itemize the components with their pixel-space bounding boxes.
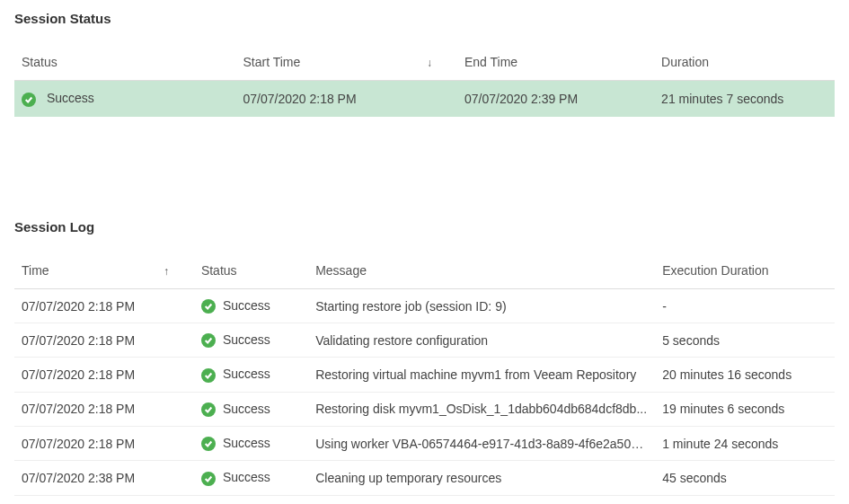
- session-log-table: Time ↑ Status Message Execution Duration…: [14, 252, 835, 504]
- log-status-cell: Success: [194, 288, 308, 323]
- arrow-up-icon: ↑: [164, 265, 169, 278]
- col-header-time-label: Time: [22, 263, 49, 278]
- session-status-title: Session Status: [14, 7, 835, 26]
- session-log-title: Session Log: [14, 216, 835, 234]
- success-icon: [201, 299, 216, 314]
- session-status-table: Status Start Time ↓ End Time Duration: [14, 44, 835, 117]
- status-value: Success: [47, 91, 94, 105]
- col-header-message[interactable]: Message: [308, 252, 655, 289]
- log-exec-duration-value: 20 minutes 16 seconds: [655, 358, 835, 392]
- session-status-row[interactable]: Success 07/07/2020 2:18 PM 07/07/2020 2:…: [14, 81, 835, 117]
- log-status-cell: Success: [194, 495, 308, 504]
- col-header-exec-duration-label: Execution Duration: [662, 263, 768, 278]
- log-status-value: Success: [223, 402, 270, 416]
- success-icon: [201, 437, 216, 451]
- arrow-down-icon: ↓: [427, 57, 432, 69]
- success-icon: [201, 402, 216, 417]
- log-exec-duration-value: 19 minutes 6 seconds: [655, 392, 835, 426]
- log-row[interactable]: 07/07/2020 2:18 PMSuccessStarting restor…: [14, 288, 835, 323]
- log-message-value: Restoring virtual machine myvm1 from Vee…: [308, 358, 655, 392]
- col-header-time[interactable]: Time ↑: [14, 252, 194, 289]
- col-header-end-time[interactable]: End Time: [457, 44, 654, 81]
- log-message-value: Starting restore job (session ID: 9): [308, 288, 655, 323]
- log-row[interactable]: 07/07/2020 2:39 PMSuccessRestore complet…: [14, 495, 835, 504]
- log-message-value: Using worker VBA-06574464-e917-41d3-8a89…: [308, 427, 655, 461]
- log-status-cell: Success: [194, 392, 308, 426]
- col-header-log-status[interactable]: Status: [194, 252, 308, 289]
- log-row[interactable]: 07/07/2020 2:18 PMSuccessRestoring disk …: [14, 392, 835, 426]
- log-status-value: Success: [223, 436, 270, 450]
- log-exec-duration-value: 1 minute 24 seconds: [655, 427, 835, 461]
- success-icon: [201, 368, 216, 383]
- log-status-value: Success: [223, 367, 270, 381]
- col-header-log-status-label: Status: [201, 263, 237, 278]
- log-row[interactable]: 07/07/2020 2:18 PMSuccessValidating rest…: [14, 323, 835, 358]
- log-row[interactable]: 07/07/2020 2:18 PMSuccessRestoring virtu…: [14, 358, 835, 392]
- col-header-duration[interactable]: Duration: [654, 44, 835, 81]
- log-time-value: 07/07/2020 2:39 PM: [14, 495, 194, 504]
- success-icon: [201, 472, 216, 486]
- session-log-section: Session Log Time ↑ Status Message Execut…: [14, 216, 835, 504]
- log-status-cell: Success: [194, 427, 308, 461]
- log-message-value: Restoring disk myvm1_OsDisk_1_1dabb604db…: [308, 392, 655, 426]
- log-exec-duration-value: -: [655, 288, 835, 323]
- log-status-cell: Success: [194, 323, 308, 358]
- log-row[interactable]: 07/07/2020 2:38 PMSuccessCleaning up tem…: [14, 461, 835, 495]
- log-exec-duration-value: -: [655, 495, 835, 504]
- col-header-end-time-label: End Time: [464, 55, 517, 69]
- col-header-start-time-label: Start Time: [243, 55, 301, 69]
- log-status-value: Success: [223, 470, 270, 484]
- log-time-value: 07/07/2020 2:18 PM: [14, 358, 194, 392]
- session-status-section: Session Status Status Start Time ↓ End T…: [14, 7, 835, 117]
- success-icon: [22, 93, 36, 107]
- log-message-value: Restore completed successfully: [308, 495, 655, 504]
- log-status-value: Success: [223, 332, 270, 347]
- log-time-value: 07/07/2020 2:18 PM: [14, 323, 194, 358]
- log-status-cell: Success: [194, 461, 308, 495]
- col-header-duration-label: Duration: [661, 55, 709, 69]
- col-header-exec-duration[interactable]: Execution Duration: [655, 252, 835, 289]
- start-time-value: 07/07/2020 2:18 PM: [236, 81, 458, 117]
- col-header-status-label: Status: [22, 55, 57, 69]
- col-header-start-time[interactable]: Start Time ↓: [236, 44, 458, 81]
- log-status-cell: Success: [194, 358, 308, 392]
- log-status-value: Success: [223, 298, 270, 313]
- log-exec-duration-value: 45 seconds: [655, 461, 835, 495]
- duration-value: 21 minutes 7 seconds: [654, 81, 835, 117]
- end-time-value: 07/07/2020 2:39 PM: [457, 81, 654, 117]
- log-exec-duration-value: 5 seconds: [655, 323, 835, 358]
- log-time-value: 07/07/2020 2:18 PM: [14, 427, 194, 461]
- col-header-status[interactable]: Status: [14, 44, 236, 81]
- log-time-value: 07/07/2020 2:18 PM: [14, 288, 194, 323]
- log-time-value: 07/07/2020 2:18 PM: [14, 392, 194, 426]
- log-time-value: 07/07/2020 2:38 PM: [14, 461, 194, 495]
- log-row[interactable]: 07/07/2020 2:18 PMSuccessUsing worker VB…: [14, 427, 835, 461]
- col-header-message-label: Message: [315, 263, 367, 278]
- log-message-value: Cleaning up temporary resources: [308, 461, 655, 495]
- log-message-value: Validating restore configuration: [308, 323, 655, 358]
- success-icon: [201, 333, 216, 348]
